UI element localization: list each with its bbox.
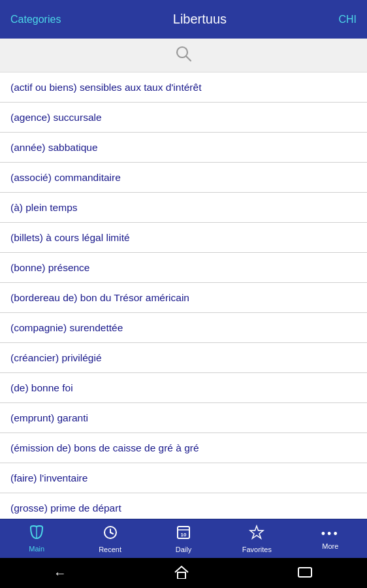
more-label: More bbox=[322, 542, 338, 550]
svg-text:10: 10 bbox=[181, 532, 187, 538]
list-item-text: (grosse) prime de départ bbox=[10, 502, 121, 514]
nav-item-daily[interactable]: 10 Daily bbox=[147, 521, 220, 557]
chi-button[interactable]: CHI bbox=[338, 14, 357, 25]
search-icon bbox=[174, 44, 193, 67]
search-bar[interactable] bbox=[0, 39, 367, 73]
favorites-label: Favorites bbox=[242, 546, 272, 553]
daily-label: Daily bbox=[176, 546, 191, 553]
nav-item-main[interactable]: Main bbox=[0, 521, 73, 557]
list-item[interactable]: (faire) l'inventaire bbox=[0, 463, 367, 493]
svg-rect-11 bbox=[298, 568, 311, 577]
list-item[interactable]: (actif ou biens) sensibles aux taux d'in… bbox=[0, 73, 367, 103]
list-item-text: (faire) l'inventaire bbox=[10, 472, 88, 484]
list-item-text: (année) sabbatique bbox=[10, 142, 98, 154]
list-item[interactable]: (de) bonne foi bbox=[0, 373, 367, 403]
svg-line-5 bbox=[110, 532, 113, 534]
list-item[interactable]: (à) plein temps bbox=[0, 193, 367, 223]
list-item[interactable]: (bordereau de) bon du Trésor américain bbox=[0, 283, 367, 313]
app-title: Libertuus bbox=[173, 12, 227, 27]
main-label: Main bbox=[29, 545, 44, 553]
svg-point-0 bbox=[177, 47, 187, 57]
list-item-text: (bonne) présence bbox=[10, 262, 90, 274]
list-item-text: (agence) succursale bbox=[10, 112, 102, 123]
list-item[interactable]: (créancier) privilégié bbox=[0, 343, 367, 373]
list-item[interactable]: (billets) à cours légal limité bbox=[0, 223, 367, 253]
recents-button[interactable] bbox=[296, 564, 313, 582]
svg-rect-10 bbox=[178, 572, 185, 579]
list-item-text: (bordereau de) bon du Trésor américain bbox=[10, 292, 189, 304]
nav-item-recent[interactable]: Recent bbox=[73, 521, 146, 557]
nav-item-more[interactable]: ••• More bbox=[294, 523, 367, 554]
list-item-text: (emprunt) garanti bbox=[10, 412, 88, 424]
daily-icon: 10 bbox=[176, 525, 191, 544]
home-button[interactable] bbox=[173, 564, 190, 582]
list-item[interactable]: (agence) succursale bbox=[0, 103, 367, 133]
svg-line-1 bbox=[187, 56, 191, 61]
list-item-text: (à) plein temps bbox=[10, 202, 78, 214]
list-item-text: (actif ou biens) sensibles aux taux d'in… bbox=[10, 82, 201, 93]
list-item[interactable]: (emprunt) garanti bbox=[0, 403, 367, 433]
list-item-text: (de) bonne foi bbox=[10, 382, 73, 394]
recent-icon bbox=[103, 525, 118, 544]
list-item[interactable]: (compagnie) surendettée bbox=[0, 313, 367, 343]
list-item-text: (créancier) privilégié bbox=[10, 352, 102, 364]
back-button[interactable]: ← bbox=[54, 566, 67, 581]
list-item[interactable]: (associé) commanditaire bbox=[0, 163, 367, 193]
header: Categories Libertuus CHI bbox=[0, 0, 367, 39]
system-bar: ← bbox=[0, 558, 367, 588]
categories-button[interactable]: Categories bbox=[10, 14, 61, 25]
more-icon: ••• bbox=[321, 527, 340, 541]
favorites-icon bbox=[248, 525, 265, 544]
list-item-text: (billets) à cours légal limité bbox=[10, 232, 130, 244]
list-item[interactable]: (grosse) prime de départ bbox=[0, 493, 367, 519]
word-list: (actif ou biens) sensibles aux taux d'in… bbox=[0, 73, 367, 519]
list-item-text: (émission de) bons de caisse de gré à gr… bbox=[10, 442, 199, 454]
bottom-nav: Main Recent 10 Daily Favorites bbox=[0, 519, 367, 558]
list-item[interactable]: (année) sabbatique bbox=[0, 133, 367, 163]
nav-item-favorites[interactable]: Favorites bbox=[220, 521, 293, 557]
list-item-text: (compagnie) surendettée bbox=[10, 322, 123, 334]
recent-label: Recent bbox=[99, 546, 121, 553]
list-item[interactable]: (émission de) bons de caisse de gré à gr… bbox=[0, 433, 367, 463]
svg-marker-9 bbox=[250, 526, 263, 538]
list-item[interactable]: (bonne) présence bbox=[0, 253, 367, 283]
list-item-text: (associé) commanditaire bbox=[10, 172, 121, 184]
main-icon bbox=[28, 525, 45, 544]
